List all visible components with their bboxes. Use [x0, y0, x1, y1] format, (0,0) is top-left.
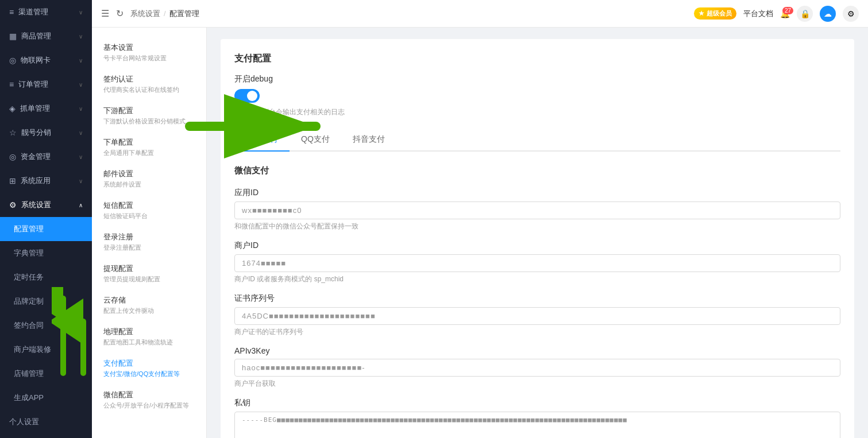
sidebar-item-order[interactable]: ≡ 订单管理 ∨: [0, 72, 92, 96]
sidebar-item-sysset[interactable]: ⚙ 系统设置 ∧: [0, 193, 92, 217]
sidebar-item-goods[interactable]: ▦ 商品管理 ∨: [0, 24, 92, 48]
main-panel: 支付配置 开启debug 开启后控制台会输出支付相关的日志 微信支付 QQ支付 …: [207, 28, 868, 438]
sidebar-item-number[interactable]: ☆ 靓号分销 ∨: [0, 121, 92, 145]
left-panel-wechat[interactable]: 微信配置 公众号/开放平台/小程序配置等: [92, 384, 206, 416]
vip-badge[interactable]: ★ 超级会员: [694, 7, 736, 20]
sidebar-item-dict[interactable]: 字典管理: [0, 241, 92, 265]
settings-icon[interactable]: ⚙: [843, 6, 859, 22]
private-key-input[interactable]: [234, 412, 840, 438]
sidebar-item-genapp[interactable]: 生成APP: [0, 386, 92, 410]
cloud-icon[interactable]: ☁: [820, 6, 836, 22]
sidebar-item-label: 订单管理: [18, 79, 48, 90]
payment-tabs: 微信支付 QQ支付 抖音支付: [234, 129, 840, 152]
breadcrumb-sys: 系统设置: [130, 9, 160, 19]
sidebar-item-profile[interactable]: 个人设置: [0, 410, 92, 434]
sidebar-item-shop[interactable]: 店铺管理: [0, 362, 92, 386]
sidebar-item-config[interactable]: 配置管理: [0, 217, 92, 241]
left-panel-mail[interactable]: 邮件设置 系统邮件设置: [92, 163, 206, 195]
sidebar-item-contract[interactable]: 签约合同: [0, 313, 92, 338]
private-key-label: 私钥: [234, 398, 840, 408]
sidebar-item-label: 配置管理: [14, 224, 44, 234]
sidebar-item-messages[interactable]: 我的消息: [0, 434, 92, 438]
apiv3key-input[interactable]: [234, 359, 840, 377]
cert-serial-label: 证书序列号: [234, 293, 840, 304]
app-id-desc: 和微信配置中的微信公众号配置保持一致: [234, 222, 840, 231]
merchant-id-desc: 商户ID 或者服务商模式的 sp_mchid: [234, 274, 840, 284]
apiv3key-desc: 商户平台获取: [234, 379, 840, 389]
debug-section: 开启debug 开启后控制台会输出支付相关的日志: [234, 74, 840, 117]
sidebar-sub-sysset: 配置管理 字典管理 定时任务 品牌定制 签约合同 商户端装修 店铺管理 生成AP…: [0, 217, 92, 410]
left-panel-sign[interactable]: 签约认证 代理商实名认证和在线签约: [92, 68, 206, 100]
chevron-icon: ∨: [79, 106, 83, 112]
sidebar-item-brand[interactable]: 品牌定制: [0, 289, 92, 313]
sysapp-icon: ⊞: [9, 176, 16, 185]
goods-icon: ▦: [9, 32, 17, 41]
sidebar-item-label: 定时任务: [14, 272, 44, 282]
sidebar-item-label: 靓号分销: [21, 127, 51, 138]
payment-config-title: 支付配置: [234, 53, 840, 65]
number-icon: ☆: [9, 128, 17, 137]
sidebar-item-finance[interactable]: ◎ 资金管理 ∨: [0, 145, 92, 169]
sidebar-item-label: 资金管理: [21, 152, 51, 162]
left-panel-downstream[interactable]: 下游配置 下游默认价格设置和分销模式: [92, 100, 206, 131]
chevron-icon: ∨: [79, 154, 83, 160]
debug-desc: 开启后控制台会输出支付相关的日志: [234, 107, 840, 117]
cert-serial-input[interactable]: [234, 307, 840, 325]
merchant-id-label: 商户ID: [234, 241, 840, 251]
chevron-up-icon: ∧: [79, 202, 83, 208]
left-panel-withdraw[interactable]: 提现配置 管理员提现规则配置: [92, 258, 206, 289]
tab-qq-pay[interactable]: QQ支付: [290, 129, 341, 152]
sidebar-item-iot[interactable]: ◎ 物联网卡 ∨: [0, 48, 92, 72]
left-panel-storage[interactable]: 云存储 配置上传文件驱动: [92, 289, 206, 321]
sidebar-item-timer[interactable]: 定时任务: [0, 265, 92, 289]
merchant-id-input[interactable]: [234, 254, 840, 272]
wechat-pay-section: 微信支付 应用ID 和微信配置中的微信公众号配置保持一致 商户ID 商户ID 或…: [234, 165, 840, 438]
sidebar-item-merchant[interactable]: 商户端装修: [0, 338, 92, 362]
header-right: ★ 超级会员 平台文档 🔔 27 🔒 ☁ ⚙: [694, 6, 859, 22]
debug-label: 开启debug: [234, 74, 840, 84]
content-area: 基本设置 号卡平台网站常规设置 签约认证 代理商实名认证和在线签约 下游配置 下…: [92, 28, 868, 438]
chevron-icon: ∨: [79, 57, 83, 64]
left-config-panel: 基本设置 号卡平台网站常规设置 签约认证 代理商实名认证和在线签约 下游配置 下…: [92, 28, 207, 438]
cert-serial-group: 证书序列号 商户证书的证书序列号: [234, 293, 840, 337]
sidebar-item-label: 店铺管理: [14, 369, 44, 379]
sidebar-item-label: 商品管理: [21, 31, 51, 41]
main-container: ☰ ↻ 系统设置 / 配置管理 ★ 超级会员 平台文档 🔔 27 🔒 ☁ ⚙: [92, 0, 868, 438]
iot-icon: ◎: [9, 56, 16, 65]
sidebar: ≡ 渠道管理 ∨ ▦ 商品管理 ∨ ◎ 物联网卡 ∨ ≡ 订单管理 ∨ ◈ 抓单…: [0, 0, 92, 438]
refresh-icon[interactable]: ↻: [116, 8, 124, 19]
sidebar-item-label: 渠道管理: [18, 7, 48, 17]
private-key-group: 私钥 apiclient_key.pem 读取后的内容: [234, 398, 840, 438]
vip-label: 超级会员: [707, 9, 732, 18]
sidebar-item-label: 字典管理: [14, 248, 44, 258]
notification-button[interactable]: 🔔 27: [780, 9, 790, 18]
app-id-input[interactable]: [234, 201, 840, 219]
menu-icon[interactable]: ☰: [101, 8, 109, 19]
sidebar-item-label: 物联网卡: [21, 55, 51, 65]
sidebar-item-grab[interactable]: ◈ 抓单管理 ∨: [0, 96, 92, 121]
left-panel-order-cfg[interactable]: 下单配置 全局通用下单配置: [92, 131, 206, 163]
left-panel-basic[interactable]: 基本设置 号卡平台网站常规设置: [92, 37, 206, 68]
lock-icon[interactable]: 🔒: [797, 6, 813, 22]
toggle-slider: [234, 89, 260, 103]
doc-link[interactable]: 平台文档: [743, 9, 773, 19]
debug-toggle[interactable]: [234, 89, 260, 103]
chevron-icon: ∨: [79, 33, 83, 40]
tab-wechat-pay[interactable]: 微信支付: [234, 129, 290, 152]
left-panel-login[interactable]: 登录注册 登录注册配置: [92, 226, 206, 258]
chevron-icon: ∨: [79, 82, 83, 88]
sidebar-item-label: 系统应用: [21, 176, 51, 186]
sidebar-item-label: 签约合同: [14, 320, 44, 331]
notification-count: 27: [782, 7, 793, 14]
left-panel-sms[interactable]: 短信配置 短信验证码平台: [92, 195, 206, 226]
finance-icon: ◎: [9, 152, 16, 161]
tab-douyin-pay[interactable]: 抖音支付: [341, 129, 396, 152]
sidebar-item-channel[interactable]: ≡ 渠道管理 ∨: [0, 0, 92, 24]
left-panel-payment[interactable]: 支付配置 支付宝/微信/QQ支付配置等: [92, 352, 206, 384]
sidebar-item-label: 生成APP: [14, 393, 44, 403]
sysset-icon: ⚙: [9, 200, 17, 210]
sidebar-item-sysapp[interactable]: ⊞ 系统应用 ∨: [0, 169, 92, 193]
apiv3key-group: APIv3Key 商户平台获取: [234, 346, 840, 389]
vip-icon: ★: [699, 10, 704, 17]
left-panel-geo[interactable]: 地理配置 配置地图工具和物流轨迹: [92, 321, 206, 352]
